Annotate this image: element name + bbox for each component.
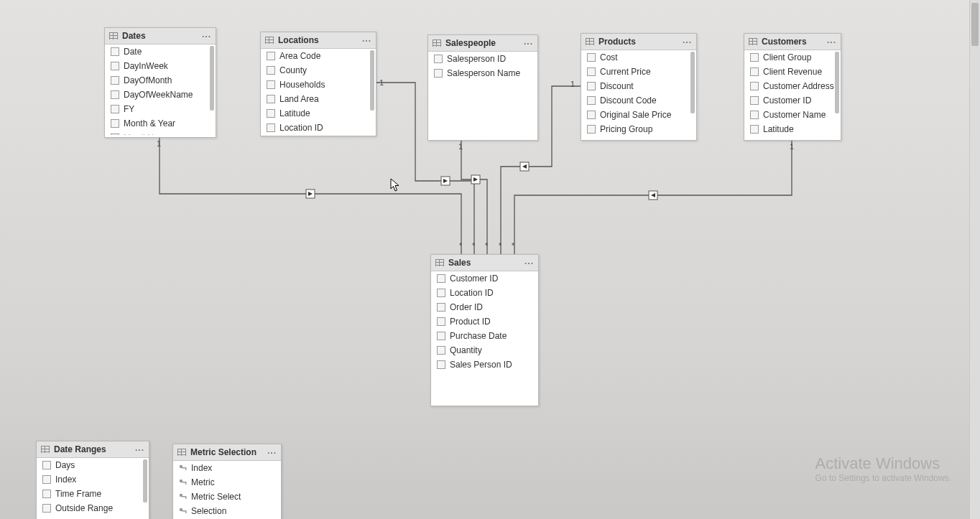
table-header[interactable]: Metric Selection··· bbox=[173, 444, 281, 461]
field-row[interactable]: Customer Address bbox=[744, 79, 841, 93]
column-icon bbox=[750, 53, 759, 62]
field-row[interactable]: MonthName bbox=[105, 131, 216, 135]
field-row[interactable]: Land Area bbox=[261, 92, 376, 106]
field-row[interactable]: Metric bbox=[173, 475, 281, 490]
field-row[interactable]: DayOfMonth bbox=[105, 73, 216, 88]
table-menu-button[interactable]: ··· bbox=[524, 258, 534, 268]
cardinality-many-label: * bbox=[499, 241, 501, 250]
field-row[interactable]: Customer Name bbox=[744, 108, 841, 122]
field-row[interactable]: Latitude bbox=[261, 106, 376, 121]
list-scrollbar[interactable] bbox=[370, 50, 374, 111]
field-row[interactable]: Customer ID bbox=[744, 93, 841, 108]
field-name: Time Frame bbox=[55, 489, 101, 499]
field-row[interactable]: Outside Range bbox=[37, 501, 149, 515]
table-menu-button[interactable]: ··· bbox=[135, 445, 144, 455]
table-menu-button[interactable]: ··· bbox=[267, 448, 277, 458]
table-header[interactable]: Customers··· bbox=[744, 34, 841, 50]
table-dates[interactable]: Dates···DateDayInWeekDayOfMonthDayOfWeek… bbox=[104, 27, 216, 138]
field-row[interactable]: Product ID bbox=[431, 314, 538, 329]
scrollbar-thumb[interactable] bbox=[971, 3, 979, 46]
table-menu-button[interactable]: ··· bbox=[827, 37, 836, 47]
table-dateranges[interactable]: Date Ranges···DaysIndexTime FrameOutside… bbox=[36, 441, 149, 519]
field-row[interactable]: Quantity bbox=[431, 343, 538, 357]
list-scrollbar[interactable] bbox=[690, 52, 695, 113]
field-name: Metric bbox=[191, 477, 215, 487]
list-scrollbar[interactable] bbox=[143, 459, 147, 502]
table-title: Date Ranges bbox=[54, 444, 106, 454]
field-name: Product ID bbox=[450, 317, 491, 327]
field-row[interactable]: Sales Person ID bbox=[431, 357, 538, 372]
field-name: Location ID bbox=[450, 288, 494, 298]
field-row[interactable]: Date bbox=[105, 45, 216, 59]
column-icon bbox=[111, 76, 119, 85]
field-name: Client Group bbox=[763, 52, 811, 62]
list-scrollbar[interactable] bbox=[210, 46, 214, 111]
field-row[interactable]: Salesperson Name bbox=[428, 66, 537, 80]
table-field-list: Client GroupClient RevenueCustomer Addre… bbox=[744, 50, 841, 138]
field-name: Index bbox=[55, 474, 76, 485]
field-row[interactable]: Index bbox=[37, 472, 149, 487]
field-row[interactable]: Client Group bbox=[744, 50, 841, 65]
field-row[interactable]: DayOfWeekName bbox=[105, 88, 216, 102]
table-header[interactable]: Salespeople··· bbox=[428, 35, 537, 52]
table-header[interactable]: Sales··· bbox=[431, 255, 538, 271]
field-row[interactable]: Salesperson ID bbox=[428, 52, 537, 66]
column-icon bbox=[111, 134, 119, 135]
table-products[interactable]: Products···CostCurrent PriceDiscountDisc… bbox=[581, 33, 697, 141]
field-row[interactable]: Selection bbox=[173, 504, 281, 518]
table-menu-button[interactable]: ··· bbox=[524, 39, 533, 49]
table-title: Products bbox=[598, 37, 636, 47]
column-icon bbox=[111, 47, 119, 56]
field-name: Land Area bbox=[279, 94, 319, 104]
field-row[interactable]: FY bbox=[105, 102, 216, 116]
field-row[interactable]: Index bbox=[173, 461, 281, 475]
field-row[interactable]: Discount Code bbox=[581, 93, 696, 108]
field-row[interactable]: Location ID bbox=[431, 286, 538, 300]
field-row[interactable]: Customer ID bbox=[431, 271, 538, 286]
svg-rect-3 bbox=[520, 162, 529, 171]
field-row[interactable]: Time Frame bbox=[37, 487, 149, 501]
field-row[interactable]: Latitude bbox=[744, 122, 841, 136]
field-row[interactable]: Discount bbox=[581, 79, 696, 93]
field-row[interactable]: Metric Select bbox=[173, 490, 281, 504]
key-icon bbox=[179, 508, 187, 515]
vertical-scrollbar[interactable] bbox=[969, 0, 980, 519]
table-menu-button[interactable]: ··· bbox=[362, 36, 371, 46]
table-header[interactable]: Date Ranges··· bbox=[37, 441, 149, 458]
field-row[interactable]: Location ID bbox=[261, 121, 376, 134]
table-locations[interactable]: Locations···Area CodeCountyHouseholdsLan… bbox=[260, 32, 376, 136]
column-icon bbox=[267, 109, 275, 118]
field-row[interactable]: DayInWeek bbox=[105, 59, 216, 73]
field-row[interactable]: Current Price bbox=[581, 65, 696, 79]
table-header[interactable]: Dates··· bbox=[105, 28, 216, 45]
list-scrollbar[interactable] bbox=[835, 52, 839, 113]
field-row[interactable]: Client Revenue bbox=[744, 65, 841, 79]
svg-rect-1 bbox=[441, 177, 450, 185]
field-row[interactable]: Order ID bbox=[431, 300, 538, 314]
field-row[interactable]: Purchase Date bbox=[431, 329, 538, 343]
field-name: County bbox=[279, 65, 307, 75]
field-name: Index bbox=[191, 463, 212, 473]
cardinality-one-label: 1 bbox=[790, 142, 794, 151]
table-header[interactable]: Products··· bbox=[581, 34, 696, 50]
field-row[interactable]: Area Code bbox=[261, 49, 376, 63]
table-sales[interactable]: Sales···Customer IDLocation IDOrder IDPr… bbox=[430, 254, 539, 406]
field-row[interactable]: County bbox=[261, 63, 376, 78]
field-row[interactable]: Cost bbox=[581, 50, 696, 65]
field-row[interactable]: Pricing Group bbox=[581, 122, 696, 136]
table-menu-button[interactable]: ··· bbox=[683, 37, 692, 47]
field-row[interactable]: Month & Year bbox=[105, 116, 216, 131]
table-salespeople[interactable]: Salespeople···Salesperson IDSalesperson … bbox=[427, 34, 538, 141]
table-header[interactable]: Locations··· bbox=[261, 32, 376, 49]
field-row[interactable]: Original Sale Price bbox=[581, 108, 696, 122]
field-name: FY bbox=[124, 104, 134, 114]
table-menu-button[interactable]: ··· bbox=[202, 32, 211, 42]
mouse-cursor-icon bbox=[390, 178, 400, 192]
model-canvas[interactable]: { "watermark": {"line1":"Activate Window… bbox=[0, 0, 980, 519]
table-metricsel[interactable]: Metric Selection···IndexMetricMetric Sel… bbox=[172, 444, 282, 519]
field-row[interactable]: Days bbox=[37, 458, 149, 472]
table-title: Dates bbox=[122, 31, 146, 41]
table-icon bbox=[586, 38, 594, 45]
field-row[interactable]: Households bbox=[261, 78, 376, 92]
table-customers[interactable]: Customers···Client GroupClient RevenueCu… bbox=[744, 33, 841, 141]
